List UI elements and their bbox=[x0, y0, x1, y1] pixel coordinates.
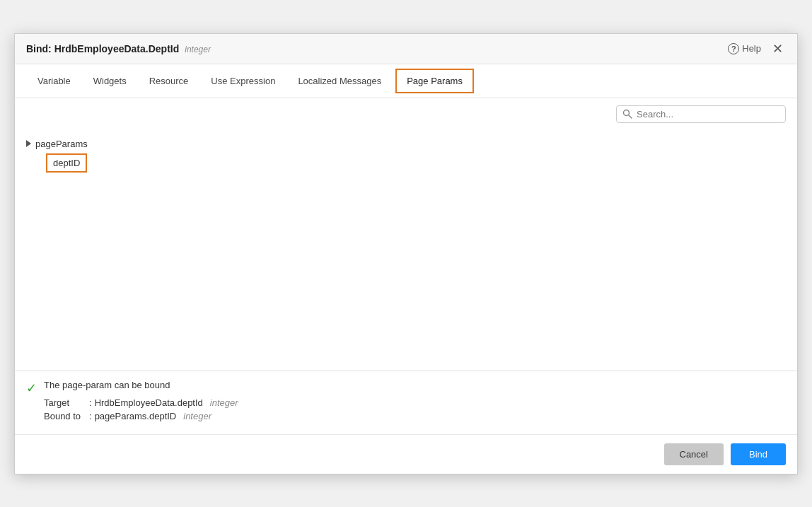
status-bound-label: Bound to bbox=[44, 411, 86, 421]
tabs-bar: Variable Widgets Resource Use Expression… bbox=[15, 64, 797, 98]
status-content: The page-param can be bound Target : Hrd… bbox=[44, 380, 238, 421]
status-target-label: Target bbox=[44, 397, 86, 408]
status-target-type: integer bbox=[210, 397, 238, 408]
status-bound-colon: : bbox=[89, 411, 92, 421]
svg-line-1 bbox=[629, 115, 632, 119]
tree-group-page-params: pageParams deptID bbox=[26, 136, 786, 173]
title-bar: Bind: HrdbEmployeeData.DeptId integer ? … bbox=[15, 34, 797, 64]
status-bound-row: Bound to : pageParams.deptID integer bbox=[44, 411, 238, 421]
tree-group-header[interactable]: pageParams bbox=[26, 136, 786, 152]
status-area: ✓ The page-param can be bound Target : H… bbox=[15, 371, 797, 434]
help-label: Help bbox=[742, 43, 761, 54]
bind-dialog: Bind: HrdbEmployeeData.DeptId integer ? … bbox=[14, 33, 798, 474]
dialog-title: Bind: HrdbEmployeeData.DeptId bbox=[26, 43, 179, 54]
dialog-title-type: integer bbox=[185, 45, 211, 54]
tree-area: pageParams deptID bbox=[15, 130, 797, 371]
status-target-colon: : bbox=[89, 397, 92, 408]
footer: Cancel Bind bbox=[15, 434, 797, 474]
search-icon bbox=[622, 109, 632, 119]
tab-localized-messages[interactable]: Localized Messages bbox=[286, 67, 393, 95]
search-bar bbox=[15, 98, 797, 130]
tree-item-deptid[interactable]: deptID bbox=[46, 153, 786, 173]
status-message: The page-param can be bound bbox=[44, 380, 238, 390]
search-wrapper bbox=[616, 105, 786, 123]
tree-item-label-deptid[interactable]: deptID bbox=[46, 153, 87, 173]
tab-variable[interactable]: Variable bbox=[26, 67, 82, 95]
status-target-row: Target : HrdbEmployeeData.deptId integer bbox=[44, 397, 238, 408]
title-bar-left: Bind: HrdbEmployeeData.DeptId integer bbox=[26, 43, 211, 54]
title-bar-right: ? Help ✕ bbox=[728, 41, 786, 57]
status-bound-type: integer bbox=[183, 411, 211, 421]
status-row: ✓ The page-param can be bound Target : H… bbox=[26, 380, 786, 421]
status-target-value: HrdbEmployeeData.deptId bbox=[95, 397, 203, 408]
check-icon: ✓ bbox=[26, 380, 37, 396]
tab-page-params[interactable]: Page Params bbox=[395, 69, 474, 93]
cancel-button[interactable]: Cancel bbox=[664, 443, 724, 465]
bind-button[interactable]: Bind bbox=[731, 443, 786, 465]
expand-icon bbox=[26, 140, 31, 147]
tab-widgets[interactable]: Widgets bbox=[82, 67, 138, 95]
help-button[interactable]: ? Help bbox=[728, 43, 761, 54]
close-button[interactable]: ✕ bbox=[770, 41, 786, 57]
tree-group-label: pageParams bbox=[35, 139, 88, 149]
status-bound-value: pageParams.deptID bbox=[95, 411, 177, 421]
tab-resource[interactable]: Resource bbox=[138, 67, 200, 95]
search-input[interactable] bbox=[637, 109, 779, 120]
help-icon: ? bbox=[728, 43, 739, 54]
tab-use-expression[interactable]: Use Expression bbox=[199, 67, 286, 95]
